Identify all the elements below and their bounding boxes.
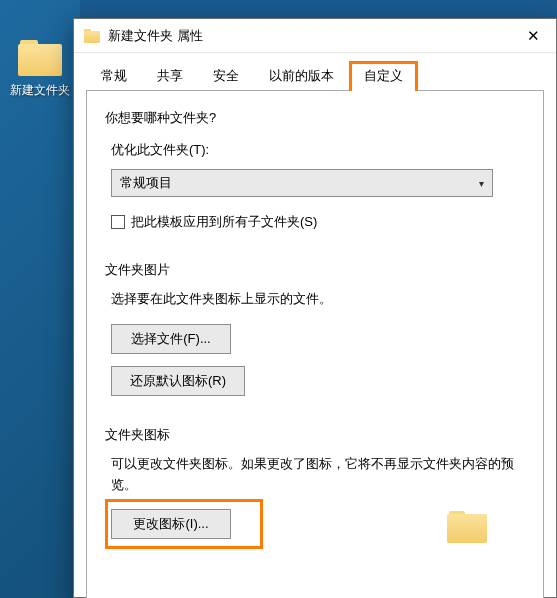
tab-strip: 常规 共享 安全 以前的版本 自定义 [86,63,544,91]
folder-kind-question: 你想要哪种文件夹? [105,109,525,127]
optimize-dropdown-value: 常规项目 [120,174,172,192]
choose-file-button-label: 选择文件(F)... [131,330,210,348]
close-button[interactable]: ✕ [510,19,556,53]
folder-icon [84,29,100,43]
folder-picture-desc: 选择要在此文件夹图标上显示的文件。 [111,289,525,310]
desktop-folder-shortcut[interactable]: 新建文件夹 [8,40,72,99]
apply-subfolders-label: 把此模板应用到所有子文件夹(S) [131,213,317,231]
properties-dialog: 新建文件夹 属性 ✕ 常规 共享 安全 以前的版本 自定义 你想要哪种文件夹? … [73,18,557,598]
desktop-background: 新建文件夹 [0,0,80,598]
tab-sharing[interactable]: 共享 [142,61,198,90]
folder-icon-desc: 可以更改文件夹图标。如果更改了图标，它将不再显示文件夹内容的预览。 [111,454,525,496]
optimize-label: 优化此文件夹(T): [111,141,525,159]
titlebar[interactable]: 新建文件夹 属性 ✕ [74,19,556,53]
folder-icon [18,40,62,76]
folder-icon-preview [447,511,487,543]
change-icon-button[interactable]: 更改图标(I)... [111,509,231,539]
apply-subfolders-checkbox[interactable] [111,215,125,229]
folder-picture-title: 文件夹图片 [105,261,525,279]
change-icon-button-label: 更改图标(I)... [133,515,208,533]
restore-default-icon-button[interactable]: 还原默认图标(R) [111,366,245,396]
chevron-down-icon: ▾ [479,178,484,189]
folder-icon-title: 文件夹图标 [105,426,525,444]
customize-panel: 你想要哪种文件夹? 优化此文件夹(T): 常规项目 ▾ 把此模板应用到所有子文件… [86,91,544,598]
dialog-title: 新建文件夹 属性 [108,27,510,45]
restore-default-button-label: 还原默认图标(R) [130,372,226,390]
close-icon: ✕ [527,27,540,45]
apply-subfolders-row[interactable]: 把此模板应用到所有子文件夹(S) [111,213,525,231]
desktop-folder-label: 新建文件夹 [8,82,72,99]
choose-file-button[interactable]: 选择文件(F)... [111,324,231,354]
optimize-dropdown[interactable]: 常规项目 ▾ [111,169,493,197]
tab-security[interactable]: 安全 [198,61,254,90]
tab-general[interactable]: 常规 [86,61,142,90]
tab-customize[interactable]: 自定义 [349,61,418,91]
tab-previous-versions[interactable]: 以前的版本 [254,61,349,90]
